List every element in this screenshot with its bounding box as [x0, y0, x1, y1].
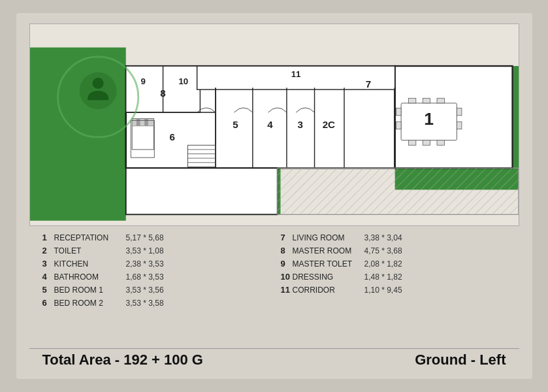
svg-rect-38: [132, 119, 153, 126]
spec-name: Dressing: [293, 272, 364, 282]
specs-left: 1 RECEPTATION 5,17 * 5,68 2 Toilet 3,53 …: [42, 233, 268, 343]
spec-dim: 1,68 * 3,53: [126, 272, 164, 282]
svg-rect-5: [395, 66, 512, 168]
main-card: 1 2C 3 4 5 6 7 8 9 10 11: [16, 13, 532, 379]
spec-row: 5 Bed Room 1 3,53 * 3,56: [42, 285, 268, 295]
spec-name: Corridor: [293, 286, 364, 295]
spec-num: 2: [42, 246, 54, 255]
spec-name: Bathroom: [54, 272, 126, 282]
spec-name: Bed Room 1: [54, 286, 126, 295]
spec-dim: 2,08 * 1,82: [364, 259, 402, 269]
spec-name: Master Room: [293, 246, 364, 255]
spec-row: 11 Corridor 1,10 * 9,45: [281, 285, 506, 295]
spec-row: 7 Living room 3,38 * 3,04: [281, 233, 506, 242]
svg-text:8: 8: [160, 88, 165, 99]
spec-num: 1: [42, 233, 54, 242]
svg-rect-43: [408, 98, 415, 103]
spec-num: 7: [281, 233, 293, 242]
spec-name: Master Tolet: [293, 259, 364, 269]
spec-name: RECEPTATION: [54, 233, 126, 242]
spec-row: 1 RECEPTATION 5,17 * 5,68: [42, 233, 268, 242]
svg-rect-47: [423, 140, 430, 146]
svg-text:11: 11: [291, 69, 300, 79]
svg-text:5: 5: [233, 119, 238, 130]
spec-name: Toilet: [54, 246, 126, 255]
spec-row: 4 Bathroom 1,68 * 3,53: [42, 272, 268, 282]
spec-dim: 3,53 * 3,56: [126, 286, 164, 295]
spec-dim: 2,38 * 3,53: [126, 259, 164, 269]
svg-text:2C: 2C: [322, 119, 334, 130]
svg-text:1: 1: [424, 109, 434, 129]
spec-num: 10: [281, 272, 293, 282]
spec-name: Bed Room 2: [54, 299, 126, 308]
svg-rect-39: [136, 119, 140, 126]
spec-row: 9 Master Tolet 2,08 * 1,82: [281, 259, 506, 269]
svg-rect-48: [437, 140, 444, 146]
spec-num: 6: [42, 298, 54, 308]
svg-text:10: 10: [178, 76, 188, 86]
spec-name: Living room: [293, 233, 364, 242]
svg-text:3: 3: [297, 119, 302, 130]
spec-dim: 3,53 * 1,08: [126, 246, 164, 255]
spec-row: 8 Master Room 4,75 * 3,68: [281, 246, 506, 255]
spec-num: 3: [42, 259, 54, 269]
spec-row: 10 Dressing 1,48 * 1,82: [281, 272, 506, 282]
spec-num: 9: [281, 259, 293, 269]
spec-num: 8: [281, 246, 293, 255]
svg-text:7: 7: [365, 78, 370, 90]
spec-row: 3 Kitchen 2,38 * 3,53: [42, 259, 268, 269]
spec-dim: 1,48 * 1,82: [364, 272, 402, 282]
spec-dim: 5,17 * 5,68: [126, 233, 164, 242]
spec-num: 11: [281, 285, 293, 295]
spec-dim: 4,75 * 3,68: [364, 246, 402, 255]
svg-text:6: 6: [169, 131, 174, 142]
svg-rect-46: [408, 140, 415, 146]
svg-text:9: 9: [140, 76, 145, 86]
spec-dim: 1,10 * 9,45: [364, 286, 402, 295]
svg-point-55: [92, 78, 103, 89]
spec-num: 5: [42, 285, 54, 295]
floorplan: 1 2C 3 4 5 6 7 8 9 10 11: [29, 24, 519, 226]
svg-rect-52: [457, 122, 462, 129]
specs-right: 7 Living room 3,38 * 3,04 8 Master Room …: [281, 233, 506, 343]
spec-row: 2 Toilet 3,53 * 1,08: [42, 246, 268, 255]
svg-rect-8: [125, 168, 277, 214]
svg-rect-51: [457, 108, 462, 115]
svg-rect-50: [396, 122, 401, 129]
ground-title: Ground - Left: [415, 351, 506, 368]
spec-name: Kitchen: [54, 259, 126, 269]
total-area: Total Area - 192 + 100 G: [42, 351, 203, 368]
spec-dim: 3,38 * 3,04: [364, 233, 402, 242]
spec-dim: 3,53 * 3,58: [126, 299, 164, 308]
svg-rect-49: [396, 108, 401, 115]
svg-rect-44: [423, 98, 430, 103]
svg-text:4: 4: [267, 119, 273, 130]
specs-section: 1 RECEPTATION 5,17 * 5,68 2 Toilet 3,53 …: [29, 226, 519, 346]
footer: Total Area - 192 + 100 G Ground - Left: [29, 348, 519, 368]
svg-rect-45: [437, 98, 444, 103]
svg-rect-40: [144, 119, 148, 126]
svg-rect-19: [277, 168, 518, 214]
spec-row: 6 Bed Room 2 3,53 * 3,58: [42, 298, 268, 308]
spec-num: 4: [42, 272, 54, 282]
